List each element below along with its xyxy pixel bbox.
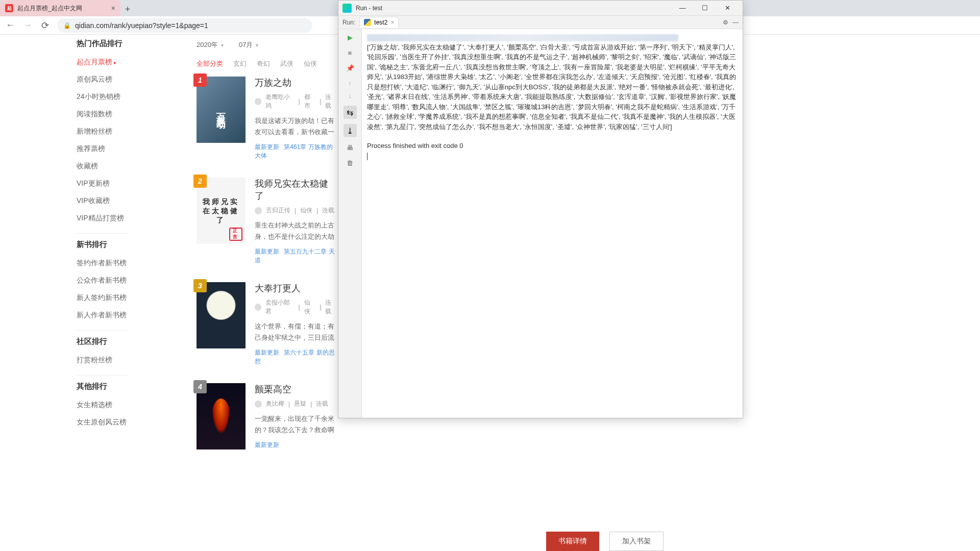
author-name[interactable]: 言归正传 [266, 206, 290, 215]
category-tab[interactable]: 全部分类 [197, 59, 223, 68]
genre[interactable]: 都市 [304, 93, 316, 110]
gear-icon[interactable]: ⚙ [723, 19, 728, 26]
book-title[interactable]: 万族之劫 [255, 77, 337, 89]
month-select[interactable]: 07月 ▾ [239, 40, 258, 49]
back-icon[interactable]: ← [5, 20, 15, 31]
category-tab[interactable]: 武侠 [280, 59, 293, 68]
rank-badge: 3 [193, 279, 207, 292]
sidebar-item[interactable]: 起点月票榜 [77, 54, 184, 71]
book-desc: 重生在封神大战之前的上古身，也不是什么注定的大劫 [255, 220, 337, 242]
divider [77, 375, 128, 375]
author-name[interactable]: 老鹰吃小鸡 [265, 93, 294, 110]
forward-icon[interactable]: → [22, 20, 33, 31]
up-icon[interactable]: ↑ [345, 78, 355, 88]
sidebar-item[interactable]: 女生精选榜 [77, 396, 184, 414]
sidebar-item[interactable]: VIP更新榜 [77, 175, 184, 192]
close-icon[interactable]: ✕ [716, 1, 739, 16]
sidebar-heading: 社区排行 [77, 337, 184, 346]
rank-badge: 2 [193, 174, 207, 188]
divider [77, 330, 128, 331]
sidebar-item[interactable]: 公众作者新书榜 [77, 272, 184, 289]
stamp-icon: 正言 [229, 228, 242, 241]
genre[interactable]: 仙侠 [300, 206, 312, 215]
book-item: 3 大奉打更人 卖报小郎君 |仙侠 |连载 这个世界，有儒；有道；有己身处牢狱之… [197, 282, 337, 366]
new-tab-button[interactable]: + [120, 2, 135, 16]
close-icon[interactable]: × [111, 4, 115, 12]
book-desc: 我是这诸天万族的劫！已有友可以去看看，新书收藏一 [255, 115, 337, 138]
blurred-path [367, 34, 678, 41]
minimize-icon[interactable]: — [671, 1, 694, 16]
category-tab[interactable]: 玄幻 [233, 59, 247, 68]
author-icon [255, 207, 262, 214]
sidebar-item[interactable]: 新人签约新书榜 [77, 289, 184, 307]
reload-icon[interactable]: ⟳ [40, 20, 50, 31]
book-update: 最新更新 第六十五章 新的思想 [255, 348, 337, 366]
ide-body: ▶ ■ 📌 ↑ ↓ ⇆ ⤓ 🖶 🗑 ['万族之劫', '我师兄实在太稳健了', … [338, 29, 743, 418]
sidebar-item[interactable]: 收藏榜 [77, 158, 184, 175]
ide-title-text: Run - test [356, 5, 382, 12]
book-cover[interactable]: 我师兄实在太稳健了正言 2 [197, 178, 246, 244]
sidebar-item[interactable]: 签约作者新书榜 [77, 255, 184, 272]
divider [77, 233, 128, 234]
sidebar-item[interactable]: VIP收藏榜 [77, 192, 184, 210]
status: 连载 [322, 206, 334, 215]
book-cover[interactable]: 万族之劫 1 [197, 77, 246, 143]
collapse-icon[interactable]: — [732, 19, 739, 26]
book-cover[interactable]: 3 [197, 282, 246, 348]
favicon: 起 [5, 4, 13, 12]
sidebar-item[interactable]: VIP精品打赏榜 [77, 210, 184, 227]
page-content: 热门作品排行起点月票榜原创风云榜24小时热销榜阅读指数榜新增粉丝榜推荐票榜收藏榜… [0, 35, 337, 551]
genre[interactable]: 悬疑 [294, 399, 306, 408]
book-update: 最新更新 第461章 万族教的大体 [255, 143, 337, 160]
book-title[interactable]: 大奉打更人 [255, 282, 337, 294]
clear-icon[interactable]: 🗑 [345, 158, 355, 168]
author-icon [255, 98, 261, 105]
maximize-icon[interactable]: ☐ [694, 1, 716, 16]
sidebar-heading: 其他排行 [77, 382, 184, 391]
sidebar-item[interactable]: 新增粉丝榜 [77, 123, 184, 140]
window-controls: — ☐ ✕ [671, 1, 739, 16]
run-config-tab[interactable]: test2 × [359, 17, 399, 28]
year-select[interactable]: 2020年 ▾ [197, 40, 224, 49]
book-title[interactable]: 颤栗高空 [255, 383, 337, 395]
status: 连载 [316, 399, 328, 408]
book-cover[interactable]: 4 [197, 383, 246, 449]
caret [367, 153, 368, 160]
sidebar-item[interactable]: 原创风云榜 [77, 71, 184, 88]
sidebar-item[interactable]: 打赏粉丝榜 [77, 352, 184, 369]
book-meta: 奥比椰 |悬疑 |连载 [255, 399, 337, 408]
run-label: Run: [342, 19, 355, 26]
category-tab[interactable]: 仙侠 [304, 59, 317, 68]
sidebar-item[interactable]: 阅读指数榜 [77, 106, 184, 123]
down-icon[interactable]: ↓ [345, 90, 355, 101]
scroll-to-end-icon[interactable]: ⤓ [344, 124, 357, 137]
sidebar-heading: 热门作品排行 [77, 39, 184, 48]
ide-titlebar[interactable]: Run - test — ☐ ✕ [338, 1, 743, 16]
ide-window: Run - test — ☐ ✕ Run: test2 × ⚙ — ▶ ■ 📌 … [338, 0, 743, 418]
console-output[interactable]: ['万族之劫', '我师兄实在太稳健了', '大奉打更人', '颤栗高空', '… [362, 29, 743, 418]
sidebar-item[interactable]: 新人作者新书榜 [77, 307, 184, 324]
stop-icon[interactable]: ■ [345, 47, 355, 58]
book-desc: 这个世界，有儒；有道；有己身处牢狱之中，三日后流 [255, 321, 337, 343]
sidebar-item[interactable]: 推荐票榜 [77, 140, 184, 158]
detail-button[interactable]: 书籍详情 [546, 532, 599, 551]
author-name[interactable]: 奥比椰 [266, 399, 284, 408]
address-bar[interactable]: 🔒 qidian.com/rank/yuepiao?style=1&page=1 [57, 18, 312, 33]
genre[interactable]: 仙侠 [304, 298, 316, 316]
book-title[interactable]: 我师兄实在太稳健了 [255, 178, 337, 202]
author-name[interactable]: 卖报小郎君 [265, 298, 294, 316]
pin-icon[interactable]: 📌 [345, 63, 355, 73]
rerun-icon[interactable]: ▶ [345, 32, 355, 42]
close-icon[interactable]: × [390, 19, 394, 26]
book-meta: 老鹰吃小鸡 |都市 |连载 [255, 93, 337, 110]
category-bar: 全部分类玄幻奇幻武侠仙侠 [197, 55, 337, 77]
sidebar-item[interactable]: 女生原创风云榜 [77, 414, 184, 431]
print-icon[interactable]: 🖶 [345, 142, 355, 153]
sidebar-item[interactable]: 24小时热销榜 [77, 88, 184, 106]
category-tab[interactable]: 奇幻 [257, 59, 270, 68]
soft-wrap-icon[interactable]: ⇆ [344, 106, 357, 119]
book-item: 我师兄实在太稳健了正言 2 我师兄实在太稳健了 言归正传 |仙侠 |连载 重生在… [197, 178, 337, 265]
browser-tab-active[interactable]: 起 起点月票榜_起点中文网 × [0, 0, 120, 16]
author-icon [255, 400, 262, 408]
add-shelf-button[interactable]: 加入书架 [609, 532, 664, 551]
